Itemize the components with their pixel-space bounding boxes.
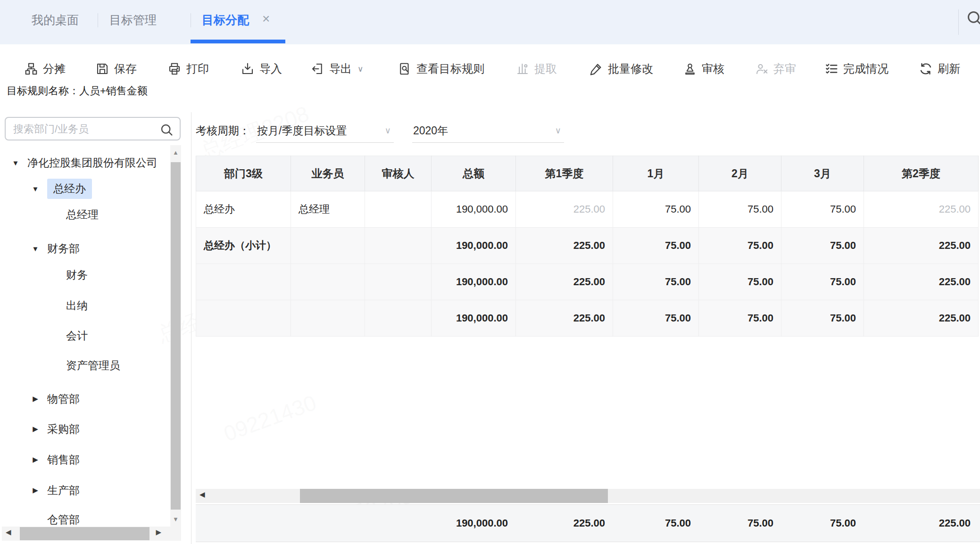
table-cell[interactable]: 总经办 — [196, 191, 291, 228]
sidebar-vertical-scrollbar: ▲ ▼ — [170, 145, 181, 527]
scroll-left-icon[interactable]: ◀ — [199, 490, 205, 499]
tree-collapse-icon[interactable]: ▶ — [29, 395, 42, 403]
export-label: 导出 — [329, 61, 352, 76]
table-cell: 75.00 — [781, 264, 864, 300]
export-icon — [310, 62, 324, 76]
search-icon[interactable] — [159, 122, 174, 139]
sidebar-horizontal-scrollbar: ◀ ▶ — [2, 527, 181, 541]
tab-divider — [98, 13, 98, 27]
save-button[interactable]: 保存 — [95, 56, 137, 82]
search-input[interactable] — [12, 120, 156, 139]
scroll-left-icon[interactable]: ◀ — [6, 528, 11, 536]
tab-close-icon[interactable]: × — [262, 11, 270, 26]
table-cell: 225.00 — [864, 264, 979, 300]
table-cell: 190,000.00 — [432, 264, 516, 300]
tree-item-production-dept[interactable]: ▶ 生产部 — [0, 479, 80, 501]
refresh-button[interactable]: 刷新 — [919, 56, 960, 82]
scroll-right-icon[interactable]: ▶ — [156, 528, 161, 536]
summary-cell — [291, 505, 365, 542]
tree-expand-icon[interactable]: ▼ — [9, 159, 22, 167]
completion-status-button[interactable]: 完成情况 — [824, 56, 889, 82]
table-cell[interactable]: 75.00 — [613, 191, 699, 228]
column-header: 2月 — [699, 156, 781, 191]
tree-collapse-icon[interactable]: ▶ — [29, 455, 42, 464]
tab-goal-management[interactable]: 目标管理 — [109, 12, 157, 28]
export-button[interactable]: 导出 ∨ — [310, 56, 363, 82]
tab-divider — [191, 13, 191, 27]
tree-item-cashier[interactable]: 出纳 — [0, 295, 88, 316]
tab-goal-allocation[interactable]: 目标分配 — [202, 12, 249, 28]
tree-item-label: 财务部 — [47, 241, 80, 256]
table-cell: 190,000.00 — [432, 228, 516, 264]
period-type-value: 按月/季度目标设置 — [257, 124, 347, 138]
export-dropdown-chevron-icon[interactable]: ∨ — [357, 64, 363, 74]
tree-item-label: 会计 — [66, 329, 88, 343]
tree-item-purchasing-dept[interactable]: ▶ 采购部 — [0, 418, 80, 440]
tree-collapse-icon[interactable]: ▶ — [29, 425, 42, 433]
table-cell[interactable]: 75.00 — [781, 191, 864, 228]
table-cell: 75.00 — [613, 264, 699, 300]
summary-cell: 225.00 — [864, 505, 978, 542]
table-cell[interactable]: 190,000.00 — [432, 191, 516, 228]
table-cell: 75.00 — [613, 300, 699, 337]
table-horizontal-scrollbar: ◀ — [196, 489, 980, 503]
chevron-down-icon: ∨ — [385, 125, 391, 136]
table-cell: 75.00 — [699, 228, 781, 264]
table-cell: 190,000.00 — [432, 300, 516, 337]
tree-collapse-icon[interactable]: ▶ — [29, 486, 42, 495]
tree-item-general-manager[interactable]: 总经理 — [0, 204, 99, 225]
tree-expand-icon[interactable]: ▼ — [29, 185, 42, 193]
tree-item-general-office[interactable]: ▼ 总经办 — [0, 178, 92, 199]
global-search-icon[interactable] — [965, 8, 980, 29]
table-cell: 75.00 — [699, 264, 781, 300]
column-header: 总额 — [432, 156, 516, 191]
tab-my-desktop[interactable]: 我的桌面 — [32, 12, 79, 28]
scroll-up-icon[interactable]: ▲ — [170, 149, 181, 156]
tree-item-warehouse-dept[interactable]: 仓管部 — [0, 509, 80, 527]
tree-expand-icon[interactable]: ▼ — [29, 245, 42, 253]
table-cell[interactable]: 225.00 — [864, 191, 979, 228]
view-goal-rules-button[interactable]: 查看目标规则 — [398, 56, 484, 82]
sidebar-horizontal-scrollbar-thumb[interactable] — [20, 527, 149, 540]
chevron-down-icon: ∨ — [555, 125, 561, 136]
tree-item-sales-dept[interactable]: ▶ 销售部 — [0, 449, 80, 470]
column-header: 部门3级 — [196, 156, 291, 191]
table-cell[interactable] — [365, 191, 432, 228]
save-icon — [95, 62, 109, 76]
cancel-audit-button[interactable]: 弃审 — [755, 56, 796, 82]
table-cell: 225.00 — [864, 300, 979, 337]
print-button[interactable]: 打印 — [167, 56, 209, 82]
table-cell[interactable]: 总经理 — [291, 191, 365, 228]
active-tab-underline — [191, 40, 285, 43]
year-select[interactable]: 2020年 ∨ — [412, 119, 564, 143]
allocate-button[interactable]: 分摊 — [24, 56, 66, 82]
tree-item-label: 财务 — [66, 268, 88, 282]
save-label: 保存 — [114, 61, 137, 76]
assessment-period-label: 考核周期： — [196, 124, 250, 138]
goal-allocation-table: 部门3级 业务员 审核人 总额 第1季度 1月 2月 3月 第2季度 总经办 总… — [196, 156, 979, 337]
batch-edit-icon — [589, 62, 603, 76]
tree-item-property-dept[interactable]: ▶ 物管部 — [0, 388, 80, 410]
scroll-down-icon[interactable]: ▼ — [170, 516, 181, 523]
extract-button[interactable]: 提取 — [515, 56, 557, 82]
tree-item-company[interactable]: ▼ 净化控股集团股份有限公司 — [0, 152, 158, 173]
table-cell[interactable]: 75.00 — [699, 191, 781, 228]
goal-rule-name-label: 目标规则名称：人员+销售金额 — [7, 84, 148, 98]
table-horizontal-scrollbar-thumb[interactable] — [300, 489, 608, 503]
tree-item-finance-dept[interactable]: ▼ 财务部 — [0, 238, 80, 259]
batch-edit-label: 批量修改 — [608, 61, 653, 76]
import-label: 导入 — [259, 61, 282, 76]
period-type-select[interactable]: 按月/季度目标设置 ∨ — [256, 119, 394, 143]
import-button[interactable]: 导入 — [241, 56, 282, 82]
sidebar-vertical-scrollbar-thumb[interactable] — [171, 162, 181, 510]
cancel-audit-label: 弃审 — [773, 61, 796, 76]
tree-item-asset-manager[interactable]: 资产管理员 — [0, 354, 120, 376]
tree-item-label: 净化控股集团股份有限公司 — [27, 156, 158, 170]
tree-item-accounting[interactable]: 会计 — [0, 325, 88, 346]
tree-item-finance[interactable]: 财务 — [0, 264, 88, 286]
batch-edit-button[interactable]: 批量修改 — [589, 56, 653, 82]
table-cell[interactable]: 225.00 — [516, 191, 613, 228]
tree-item-label: 资产管理员 — [66, 358, 120, 373]
audit-button[interactable]: 审核 — [683, 56, 724, 82]
tree-item-label: 出纳 — [66, 298, 88, 313]
